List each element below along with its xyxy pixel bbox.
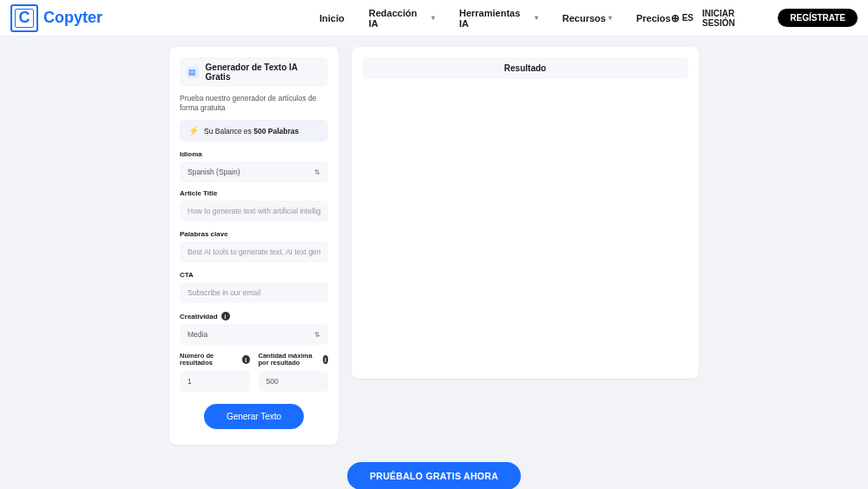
keywords-label: Palabras clave: [180, 230, 328, 238]
header: C Copyter Inicio Redacción IA▾ Herramien…: [0, 0, 868, 36]
logo[interactable]: C Copyter: [10, 4, 102, 32]
max-words-input[interactable]: [259, 371, 329, 392]
article-title-input[interactable]: [180, 201, 328, 221]
info-icon[interactable]: i: [323, 355, 328, 364]
card-subtitle: Prueba nuestro generador de artículos de…: [180, 94, 328, 113]
globe-icon: ⊕: [671, 12, 680, 24]
keywords-input[interactable]: [180, 241, 328, 262]
idioma-select[interactable]: Spanish (Spain): [180, 162, 328, 182]
chevron-down-icon: ▾: [608, 14, 612, 22]
balance-text: Su Balance es 500 Palabras: [204, 127, 299, 135]
idioma-label: Idioma: [180, 150, 328, 158]
num-results-label: Número de resultados: [180, 353, 239, 367]
cta-row: PRUÉBALO GRATIS AHORA: [0, 462, 868, 489]
result-card: Resultado: [352, 47, 699, 379]
card-title: Generador de Texto IA Gratis: [206, 63, 321, 82]
article-title-label: Article Title: [180, 189, 328, 197]
bolt-icon: ⚡: [188, 126, 199, 135]
num-results-input[interactable]: [180, 371, 250, 392]
main: ▤ Generador de Texto IA Gratis Prueba nu…: [0, 36, 868, 445]
chevron-down-icon: ▾: [431, 14, 435, 22]
card-icon: ▤: [187, 66, 199, 78]
logo-icon: C: [10, 4, 38, 32]
register-button[interactable]: REGÍSTRATE: [778, 9, 858, 27]
info-icon[interactable]: i: [242, 355, 250, 364]
header-actions: ⊕ ES INICIAR SESIÓN REGÍSTRATE: [671, 9, 858, 28]
result-title: Resultado: [362, 57, 688, 79]
info-icon[interactable]: i: [221, 312, 230, 320]
nav-redaccion[interactable]: Redacción IA▾: [369, 8, 435, 29]
try-free-button[interactable]: PRUÉBALO GRATIS AHORA: [347, 462, 521, 489]
chevron-down-icon: ▾: [535, 14, 538, 22]
generate-button[interactable]: Generar Texto: [204, 404, 304, 429]
card-header: ▤ Generador de Texto IA Gratis: [180, 57, 328, 87]
language-selector[interactable]: ⊕ ES: [671, 12, 694, 24]
balance-box: ⚡ Su Balance es 500 Palabras: [180, 120, 328, 142]
nav-precios[interactable]: Precios: [636, 8, 671, 29]
nav-herramientas[interactable]: Herramientas IA▾: [459, 8, 538, 29]
nav: Inicio Redacción IA▾ Herramientas IA▾ Re…: [319, 8, 671, 29]
creativity-label: Creatividad: [180, 313, 218, 320]
nav-recursos[interactable]: Recursos▾: [562, 8, 612, 29]
max-words-label: Cantidad máxima por resultado: [259, 353, 319, 367]
login-link[interactable]: INICIAR SESIÓN: [702, 9, 769, 28]
creativity-select[interactable]: Media: [180, 324, 328, 345]
generator-card: ▤ Generador de Texto IA Gratis Prueba nu…: [169, 47, 339, 445]
nav-inicio[interactable]: Inicio: [319, 8, 345, 29]
cta-label: CTA: [180, 271, 328, 279]
cta-input[interactable]: [180, 282, 328, 303]
logo-text: Copyter: [43, 9, 102, 27]
